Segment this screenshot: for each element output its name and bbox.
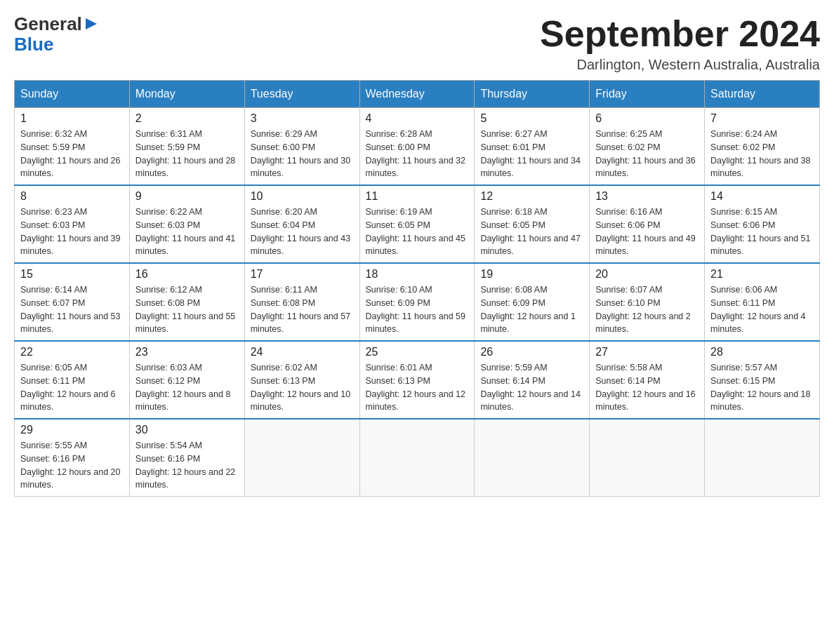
day-number: 2 bbox=[135, 112, 239, 125]
calendar-week-row: 1Sunrise: 6:32 AMSunset: 5:59 PMDaylight… bbox=[15, 108, 820, 186]
table-row: 22Sunrise: 6:05 AMSunset: 6:11 PMDayligh… bbox=[15, 341, 130, 419]
day-number: 25 bbox=[366, 346, 469, 358]
day-number: 17 bbox=[251, 268, 354, 281]
calendar-table: Sunday Monday Tuesday Wednesday Thursday… bbox=[14, 80, 820, 497]
day-number: 21 bbox=[710, 268, 814, 281]
day-info: Sunrise: 5:57 AMSunset: 6:15 PMDaylight:… bbox=[710, 361, 814, 414]
table-row bbox=[705, 419, 820, 497]
day-number: 4 bbox=[366, 112, 469, 125]
table-row: 18Sunrise: 6:10 AMSunset: 6:09 PMDayligh… bbox=[359, 263, 475, 341]
day-number: 27 bbox=[595, 346, 699, 358]
day-info: Sunrise: 6:05 AMSunset: 6:11 PMDaylight:… bbox=[20, 361, 124, 414]
svg-marker-0 bbox=[86, 18, 97, 29]
day-number: 16 bbox=[135, 268, 239, 281]
table-row: 23Sunrise: 6:03 AMSunset: 6:12 PMDayligh… bbox=[129, 341, 244, 419]
day-info: Sunrise: 6:27 AMSunset: 6:01 PMDaylight:… bbox=[480, 128, 583, 180]
day-info: Sunrise: 6:03 AMSunset: 6:12 PMDaylight:… bbox=[135, 361, 239, 414]
day-number: 8 bbox=[20, 190, 124, 203]
table-row: 29Sunrise: 5:55 AMSunset: 6:16 PMDayligh… bbox=[15, 419, 130, 497]
day-number: 19 bbox=[480, 268, 583, 281]
day-number: 7 bbox=[710, 112, 814, 125]
table-row: 28Sunrise: 5:57 AMSunset: 6:15 PMDayligh… bbox=[705, 341, 820, 419]
table-row: 15Sunrise: 6:14 AMSunset: 6:07 PMDayligh… bbox=[15, 263, 130, 341]
day-number: 1 bbox=[20, 112, 124, 125]
day-number: 5 bbox=[480, 112, 583, 125]
day-number: 26 bbox=[480, 346, 583, 358]
day-number: 22 bbox=[20, 346, 124, 358]
day-number: 20 bbox=[595, 268, 699, 281]
day-info: Sunrise: 6:14 AMSunset: 6:07 PMDaylight:… bbox=[20, 283, 124, 336]
day-number: 12 bbox=[480, 190, 583, 203]
day-info: Sunrise: 6:25 AMSunset: 6:02 PMDaylight:… bbox=[595, 128, 699, 180]
day-info: Sunrise: 5:55 AMSunset: 6:16 PMDaylight:… bbox=[20, 439, 124, 492]
table-row: 27Sunrise: 5:58 AMSunset: 6:14 PMDayligh… bbox=[590, 341, 705, 419]
day-number: 11 bbox=[366, 190, 469, 203]
table-row: 30Sunrise: 5:54 AMSunset: 6:16 PMDayligh… bbox=[129, 419, 244, 497]
col-sunday: Sunday bbox=[15, 81, 130, 108]
day-number: 13 bbox=[595, 190, 699, 203]
day-number: 29 bbox=[20, 424, 124, 436]
day-info: Sunrise: 6:28 AMSunset: 6:00 PMDaylight:… bbox=[366, 128, 469, 180]
table-row: 12Sunrise: 6:18 AMSunset: 6:05 PMDayligh… bbox=[475, 185, 590, 263]
day-info: Sunrise: 6:20 AMSunset: 6:04 PMDaylight:… bbox=[251, 206, 354, 258]
table-row: 19Sunrise: 6:08 AMSunset: 6:09 PMDayligh… bbox=[475, 263, 590, 341]
table-row: 24Sunrise: 6:02 AMSunset: 6:13 PMDayligh… bbox=[244, 341, 359, 419]
table-row: 26Sunrise: 5:59 AMSunset: 6:14 PMDayligh… bbox=[475, 341, 590, 419]
day-info: Sunrise: 6:16 AMSunset: 6:06 PMDaylight:… bbox=[595, 206, 699, 258]
table-row bbox=[590, 419, 705, 497]
day-number: 30 bbox=[135, 424, 239, 436]
day-number: 23 bbox=[135, 346, 239, 358]
day-info: Sunrise: 5:54 AMSunset: 6:16 PMDaylight:… bbox=[135, 439, 239, 492]
day-info: Sunrise: 6:19 AMSunset: 6:05 PMDaylight:… bbox=[366, 206, 469, 258]
day-info: Sunrise: 6:22 AMSunset: 6:03 PMDaylight:… bbox=[135, 206, 239, 258]
title-section: September 2024 Darlington, Western Austr… bbox=[540, 14, 820, 73]
table-row bbox=[359, 419, 475, 497]
table-row bbox=[244, 419, 359, 497]
day-info: Sunrise: 6:01 AMSunset: 6:13 PMDaylight:… bbox=[366, 361, 469, 414]
day-number: 24 bbox=[251, 346, 354, 358]
day-number: 28 bbox=[710, 346, 814, 358]
day-number: 14 bbox=[710, 190, 814, 203]
col-wednesday: Wednesday bbox=[359, 81, 475, 108]
day-number: 6 bbox=[595, 112, 699, 125]
page-header: General Blue September 2024 Darlington, … bbox=[14, 14, 820, 73]
calendar-header-row: Sunday Monday Tuesday Wednesday Thursday… bbox=[15, 81, 820, 108]
table-row: 25Sunrise: 6:01 AMSunset: 6:13 PMDayligh… bbox=[359, 341, 475, 419]
calendar-week-row: 29Sunrise: 5:55 AMSunset: 6:16 PMDayligh… bbox=[15, 419, 820, 497]
table-row: 3Sunrise: 6:29 AMSunset: 6:00 PMDaylight… bbox=[244, 108, 359, 186]
day-number: 9 bbox=[135, 190, 239, 203]
day-info: Sunrise: 6:15 AMSunset: 6:06 PMDaylight:… bbox=[710, 206, 814, 258]
table-row: 20Sunrise: 6:07 AMSunset: 6:10 PMDayligh… bbox=[590, 263, 705, 341]
table-row: 2Sunrise: 6:31 AMSunset: 5:59 PMDaylight… bbox=[129, 108, 244, 186]
col-tuesday: Tuesday bbox=[244, 81, 359, 108]
table-row: 6Sunrise: 6:25 AMSunset: 6:02 PMDaylight… bbox=[590, 108, 705, 186]
day-info: Sunrise: 6:11 AMSunset: 6:08 PMDaylight:… bbox=[251, 283, 354, 336]
day-info: Sunrise: 6:06 AMSunset: 6:11 PMDaylight:… bbox=[710, 283, 814, 336]
logo-blue: Blue bbox=[14, 34, 98, 55]
logo-general: General bbox=[14, 14, 82, 34]
day-info: Sunrise: 6:10 AMSunset: 6:09 PMDaylight:… bbox=[366, 283, 469, 336]
table-row: 9Sunrise: 6:22 AMSunset: 6:03 PMDaylight… bbox=[129, 185, 244, 263]
day-number: 15 bbox=[20, 268, 124, 281]
table-row: 17Sunrise: 6:11 AMSunset: 6:08 PMDayligh… bbox=[244, 263, 359, 341]
calendar-week-row: 15Sunrise: 6:14 AMSunset: 6:07 PMDayligh… bbox=[15, 263, 820, 341]
day-info: Sunrise: 6:31 AMSunset: 5:59 PMDaylight:… bbox=[135, 128, 239, 180]
table-row: 8Sunrise: 6:23 AMSunset: 6:03 PMDaylight… bbox=[15, 185, 130, 263]
table-row: 14Sunrise: 6:15 AMSunset: 6:06 PMDayligh… bbox=[705, 185, 820, 263]
col-friday: Friday bbox=[590, 81, 705, 108]
col-thursday: Thursday bbox=[475, 81, 590, 108]
col-saturday: Saturday bbox=[705, 81, 820, 108]
location: Darlington, Western Australia, Australia bbox=[540, 57, 820, 73]
day-info: Sunrise: 6:32 AMSunset: 5:59 PMDaylight:… bbox=[20, 128, 124, 180]
day-info: Sunrise: 5:59 AMSunset: 6:14 PMDaylight:… bbox=[480, 361, 583, 414]
day-info: Sunrise: 5:58 AMSunset: 6:14 PMDaylight:… bbox=[595, 361, 699, 414]
table-row: 11Sunrise: 6:19 AMSunset: 6:05 PMDayligh… bbox=[359, 185, 475, 263]
day-info: Sunrise: 6:12 AMSunset: 6:08 PMDaylight:… bbox=[135, 283, 239, 336]
day-number: 18 bbox=[366, 268, 469, 281]
calendar-week-row: 22Sunrise: 6:05 AMSunset: 6:11 PMDayligh… bbox=[15, 341, 820, 419]
day-info: Sunrise: 6:18 AMSunset: 6:05 PMDaylight:… bbox=[480, 206, 583, 258]
day-info: Sunrise: 6:07 AMSunset: 6:10 PMDaylight:… bbox=[595, 283, 699, 336]
calendar-week-row: 8Sunrise: 6:23 AMSunset: 6:03 PMDaylight… bbox=[15, 185, 820, 263]
logo-arrow-icon bbox=[84, 17, 98, 31]
table-row: 13Sunrise: 6:16 AMSunset: 6:06 PMDayligh… bbox=[590, 185, 705, 263]
